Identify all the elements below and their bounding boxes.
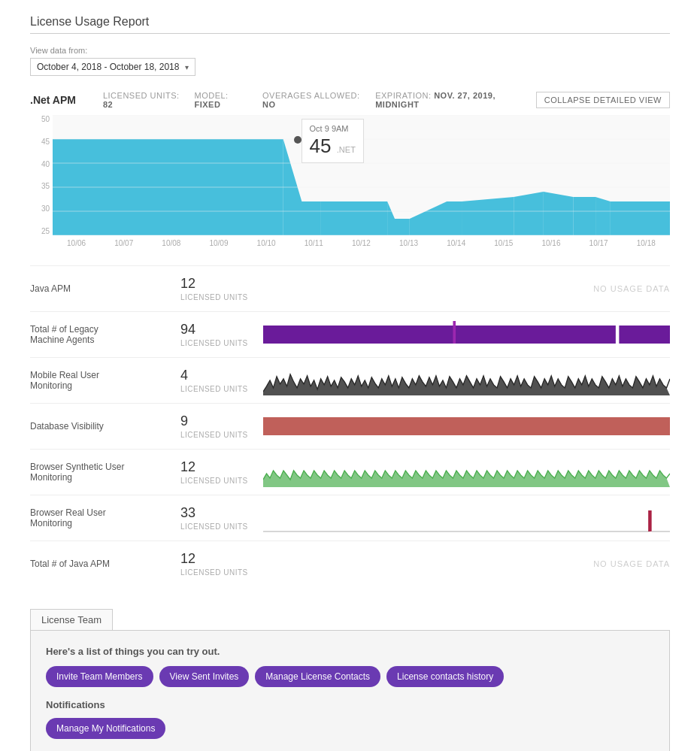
license-row-browser-synthetic: Browser Synthetic UserMonitoring 12 LICE… bbox=[30, 449, 670, 495]
date-filter-dropdown[interactable]: October 4, 2018 - October 18, 2018 ▾ bbox=[30, 58, 195, 76]
collapse-btn[interactable]: COLLAPSE DETAILED VIEW bbox=[536, 92, 670, 108]
model-meta: MODEL: Fixed bbox=[194, 91, 250, 109]
invite-team-btn[interactable]: Invite Team Members bbox=[46, 666, 153, 687]
row-name-java-apm: Java APM bbox=[30, 283, 180, 294]
svg-marker-7 bbox=[544, 192, 574, 235]
row-name-total-java-apm: Total # of Java APM bbox=[30, 559, 180, 569]
manage-license-contacts-btn[interactable]: Manage License Contacts bbox=[255, 666, 380, 687]
row-chart-mobile-rum bbox=[263, 365, 670, 395]
db-visibility-svg bbox=[263, 411, 670, 441]
svg-marker-4 bbox=[410, 201, 462, 235]
license-team-tab[interactable]: License Team bbox=[30, 609, 113, 630]
chart-y-axis: 50 45 40 35 30 25 bbox=[30, 115, 53, 235]
date-filter-value: October 4, 2018 - October 18, 2018 bbox=[37, 62, 179, 72]
license-row-java-apm: Java APM 12 LICENSED UNITS NO USAGE DATA bbox=[30, 265, 670, 311]
browser-synthetic-svg bbox=[263, 457, 670, 487]
svg-rect-20 bbox=[263, 417, 670, 435]
row-units-legacy-agents: 94 LICENSED UNITS bbox=[180, 322, 263, 348]
row-chart-legacy-agents bbox=[263, 319, 670, 350]
view-sent-invites-btn[interactable]: View Sent Invites bbox=[159, 666, 250, 687]
svg-marker-10 bbox=[611, 201, 670, 235]
license-team-body: Here's a list of things you can try out.… bbox=[30, 630, 670, 751]
x-label-4: 10/10 bbox=[257, 239, 276, 247]
row-name-browser-rum: Browser Real UserMonitoring bbox=[30, 507, 180, 528]
license-rows: Java APM 12 LICENSED UNITS NO USAGE DATA… bbox=[30, 265, 670, 586]
license-row-browser-rum: Browser Real UserMonitoring 33 LICENSED … bbox=[30, 495, 670, 541]
x-label-6: 10/12 bbox=[352, 239, 371, 247]
svg-marker-2 bbox=[320, 201, 387, 235]
license-row-total-java-apm: Total # of Java APM 12 LICENSED UNITS NO… bbox=[30, 541, 670, 586]
title-divider bbox=[30, 33, 670, 34]
manage-notifications-btn[interactable]: Manage My Notifications bbox=[46, 718, 165, 739]
x-label-7: 10/13 bbox=[399, 239, 418, 247]
mobile-rum-svg bbox=[263, 365, 670, 395]
chart-area: Oct 9 9AM 45 .NET bbox=[53, 115, 670, 235]
row-chart-db-visibility bbox=[263, 411, 670, 441]
x-label-2: 10/08 bbox=[162, 239, 180, 247]
x-label-10: 10/16 bbox=[541, 239, 560, 247]
chart-x-axis: 10/06 10/07 10/08 10/09 10/10 10/11 10/1… bbox=[53, 235, 670, 250]
row-chart-browser-rum bbox=[263, 503, 670, 533]
x-label-9: 10/15 bbox=[494, 239, 513, 247]
x-label-8: 10/14 bbox=[447, 239, 465, 247]
license-team-desc: Here's a list of things you can try out. bbox=[46, 646, 654, 657]
browser-rum-svg bbox=[263, 503, 670, 533]
licensed-units-meta: LICENSED UNITS: 82 bbox=[103, 91, 183, 109]
row-chart-total-java-apm: NO USAGE DATA bbox=[263, 549, 670, 579]
row-name-legacy-agents: Total # of LegacyMachine Agents bbox=[30, 324, 180, 345]
legacy-agents-svg bbox=[263, 319, 670, 350]
row-units-java-apm: 12 LICENSED UNITS bbox=[180, 276, 263, 302]
x-label-1: 10/07 bbox=[114, 239, 133, 247]
overages-meta: OVERAGES ALLOWED: No bbox=[262, 91, 363, 109]
svg-marker-6 bbox=[514, 192, 544, 235]
tooltip-dot bbox=[294, 136, 302, 144]
date-filter-section: View data from: October 4, 2018 - Octobe… bbox=[30, 46, 670, 76]
svg-rect-17 bbox=[263, 326, 616, 344]
apm-meta: LICENSED UNITS: 82 MODEL: Fixed OVERAGES… bbox=[103, 91, 670, 109]
row-name-db-visibility: Database Visibility bbox=[30, 421, 180, 432]
date-filter-label: View data from: bbox=[30, 46, 670, 55]
row-units-total-java-apm: 12 LICENSED UNITS bbox=[180, 551, 263, 577]
svg-rect-22 bbox=[648, 510, 652, 531]
x-label-0: 10/06 bbox=[67, 239, 86, 247]
row-units-db-visibility: 9 LICENSED UNITS bbox=[180, 413, 263, 440]
action-buttons: Invite Team Members View Sent Invites Ma… bbox=[46, 666, 654, 687]
x-label-5: 10/11 bbox=[305, 239, 323, 247]
page-title: License Usage Report bbox=[30, 15, 670, 29]
net-apm-section: .Net APM LICENSED UNITS: 82 MODEL: Fixed… bbox=[30, 91, 670, 250]
svg-marker-5 bbox=[462, 197, 514, 235]
row-units-browser-synthetic: 12 LICENSED UNITS bbox=[180, 459, 263, 486]
net-apm-svg bbox=[53, 115, 670, 235]
row-name-mobile-rum: Mobile Real UserMonitoring bbox=[30, 370, 180, 391]
license-team-section: License Team Here's a list of things you… bbox=[30, 609, 670, 751]
svg-marker-9 bbox=[595, 197, 611, 235]
license-contacts-history-btn[interactable]: License contacts history bbox=[386, 666, 504, 687]
apm-title: .Net APM bbox=[30, 94, 76, 106]
x-label-3: 10/09 bbox=[209, 239, 228, 247]
svg-rect-18 bbox=[619, 326, 670, 344]
row-name-browser-synthetic: Browser Synthetic UserMonitoring bbox=[30, 462, 180, 483]
row-chart-java-apm: NO USAGE DATA bbox=[263, 274, 670, 304]
x-label-12: 10/18 bbox=[637, 239, 656, 247]
svg-marker-8 bbox=[573, 197, 595, 235]
expiration-meta: EXPIRATION: Nov. 27, 2019, midnight bbox=[375, 91, 524, 109]
svg-rect-19 bbox=[453, 321, 456, 344]
license-row-db-visibility: Database Visibility 9 LICENSED UNITS bbox=[30, 403, 670, 449]
notifications-title: Notifications bbox=[46, 699, 654, 710]
row-chart-browser-synthetic bbox=[263, 457, 670, 487]
row-units-browser-rum: 33 LICENSED UNITS bbox=[180, 505, 263, 531]
dropdown-arrow-icon: ▾ bbox=[185, 63, 189, 71]
apm-header: .Net APM LICENSED UNITS: 82 MODEL: Fixed… bbox=[30, 91, 670, 109]
net-apm-chart: 50 45 40 35 30 25 bbox=[30, 115, 670, 250]
license-row-mobile-rum: Mobile Real UserMonitoring 4 LICENSED UN… bbox=[30, 357, 670, 403]
row-units-mobile-rum: 4 LICENSED UNITS bbox=[180, 368, 263, 394]
x-label-11: 10/17 bbox=[589, 239, 608, 247]
license-row-legacy-agents: Total # of LegacyMachine Agents 94 LICEN… bbox=[30, 311, 670, 357]
svg-marker-3 bbox=[387, 201, 410, 235]
